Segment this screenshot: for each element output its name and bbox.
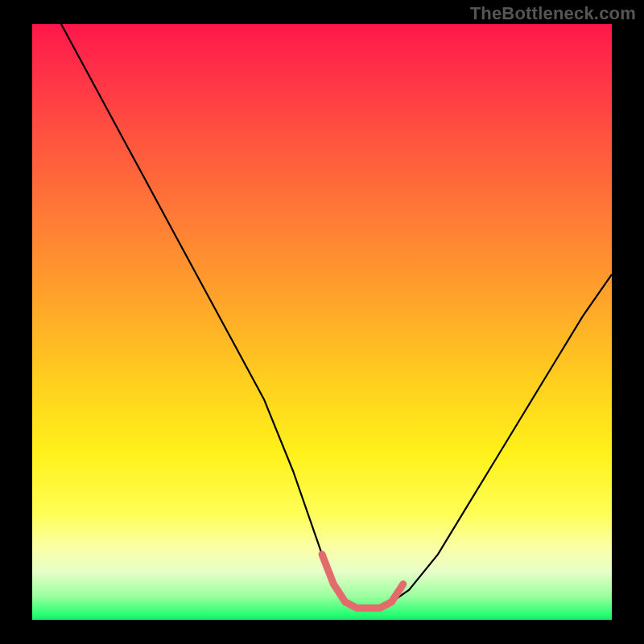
- chart-frame: TheBottleneck.com: [0, 0, 644, 644]
- watermark-text: TheBottleneck.com: [470, 3, 636, 24]
- plot-area: [32, 24, 612, 620]
- bottleneck-highlight: [322, 555, 403, 609]
- curve-svg: [32, 24, 612, 620]
- bottleneck-curve: [61, 24, 612, 608]
